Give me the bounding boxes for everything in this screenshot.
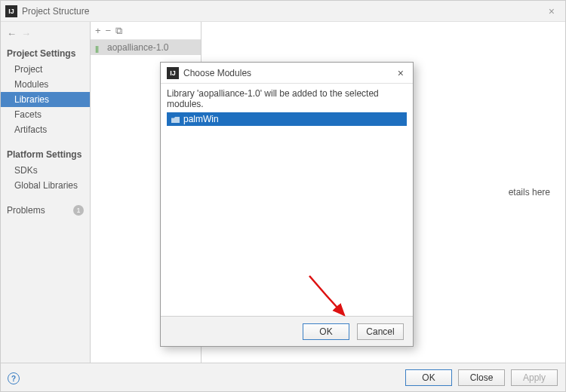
sidebar-item-facets[interactable]: Facets [1,107,90,122]
window-close-button[interactable]: × [543,5,561,17]
apply-button[interactable]: Apply [511,369,558,386]
library-icon [95,43,104,52]
modal-app-icon: IJ [167,67,179,79]
sidebar-item-artifacts[interactable]: Artifacts [1,122,90,137]
help-icon[interactable]: ? [8,372,20,384]
module-list-item[interactable]: palmWin [167,112,407,126]
sidebar-header-project-settings: Project Settings [1,45,90,62]
sidebar-item-problems[interactable]: Problems 1 [1,202,90,219]
app-icon: IJ [5,5,17,17]
modal-body: Library 'aopalliance-1.0' will be added … [161,84,413,316]
close-button[interactable]: Close [458,369,505,386]
window-title: Project Structure [22,6,543,17]
window-titlebar: IJ Project Structure × [1,1,565,22]
modal-footer: OK Cancel [161,316,413,346]
modal-titlebar: IJ Choose Modules × [161,63,413,84]
modal-module-list: palmWin [167,112,407,311]
library-item-label: aopalliance-1.0 [107,42,168,53]
modal-cancel-button[interactable]: Cancel [357,323,404,340]
detail-hint: etails here [509,187,550,198]
sidebar-header-platform-settings: Platform Settings [1,146,90,163]
modal-close-button[interactable]: × [395,67,407,79]
ok-button[interactable]: OK [405,369,452,386]
modal-ok-button[interactable]: OK [303,323,349,340]
sidebar-problems-label: Problems [7,205,45,216]
module-item-label: palmWin [183,114,219,124]
dialog-footer: OK Close Apply [1,363,565,391]
add-icon[interactable]: + [95,25,101,36]
libraries-toolbar: + − ⧉ [91,22,201,40]
forward-icon[interactable]: → [21,28,31,39]
sidebar-item-libraries[interactable]: Libraries [1,92,90,107]
choose-modules-dialog: IJ Choose Modules × Library 'aopalliance… [160,62,414,347]
sidebar-item-modules[interactable]: Modules [1,77,90,92]
remove-icon[interactable]: − [106,25,112,36]
folder-icon [171,115,180,123]
sidebar-item-project[interactable]: Project [1,62,90,77]
sidebar-history-nav: ← → [1,25,90,45]
modal-message: Library 'aopalliance-1.0' will be added … [167,88,407,109]
sidebar-item-sdks[interactable]: SDKs [1,163,90,178]
library-list-item[interactable]: aopalliance-1.0 [91,40,201,55]
modal-title: Choose Modules [183,68,395,78]
sidebar-item-global-libraries[interactable]: Global Libraries [1,178,90,193]
sidebar: ← → Project Settings Project Modules Lib… [1,22,90,363]
back-icon[interactable]: ← [7,28,17,39]
copy-icon[interactable]: ⧉ [115,25,122,37]
problems-count-badge: 1 [73,205,84,216]
